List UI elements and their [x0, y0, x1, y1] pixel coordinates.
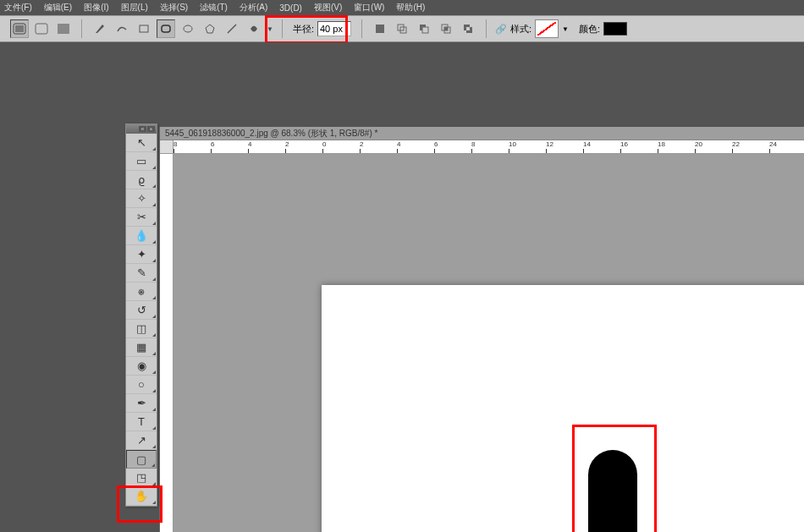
polygon-shape-icon[interactable] — [201, 19, 219, 38]
svg-rect-13 — [422, 27, 428, 33]
combine-subtract-icon[interactable] — [415, 19, 433, 38]
pen-tool[interactable]: ✒ — [126, 394, 157, 413]
style-dropdown-icon[interactable]: ▼ — [562, 25, 569, 33]
stamp-tool[interactable]: ⎈ — [126, 282, 157, 301]
svg-rect-5 — [162, 25, 170, 32]
svg-point-6 — [184, 25, 192, 32]
blur-tool[interactable]: ◉ — [126, 357, 157, 376]
svg-rect-1 — [15, 25, 24, 32]
document-title: 5445_061918836000_2.jpg @ 68.3% (形状 1, R… — [160, 127, 804, 140]
color-swatch[interactable] — [603, 22, 627, 36]
menu-view[interactable]: 视图(V) — [314, 2, 342, 14]
tool-panel-header[interactable]: « × — [126, 124, 157, 134]
tool-panel: « × ↖▭ϱ✧✂💧✦✎⎈↺◫▦◉○✒T↗▢◳✋ — [125, 123, 157, 507]
dropdown-arrow-icon[interactable]: ▼ — [267, 25, 273, 33]
menu-select[interactable]: 选择(S) — [160, 2, 188, 14]
menu-bar: 文件(F) 编辑(E) 图像(I) 图层(L) 选择(S) 滤镜(T) 分析(A… — [0, 0, 804, 15]
combine-add-icon[interactable] — [393, 19, 411, 38]
document-window: 5445_061918836000_2.jpg @ 68.3% (形状 1, R… — [159, 127, 804, 532]
menu-file[interactable]: 文件(F) — [4, 2, 32, 14]
wand-tool[interactable]: ✧ — [126, 189, 157, 208]
pen-icon[interactable] — [91, 19, 109, 38]
move-tool[interactable]: ↖ — [126, 134, 157, 152]
radius-label: 半径: — [293, 23, 314, 36]
path-select-tool[interactable]: ↗ — [126, 431, 157, 450]
menu-3d[interactable]: 3D(D) — [279, 3, 302, 13]
eyedropper-tool[interactable]: 💧 — [126, 227, 157, 245]
options-bar: ▼ 半径: 🔗 样式: ▼ 颜色: — [0, 15, 804, 42]
svg-rect-19 — [466, 27, 470, 30]
rounded-rectangle-shape-icon[interactable] — [157, 19, 175, 38]
menu-filter[interactable]: 滤镜(T) — [200, 2, 228, 14]
style-swatch[interactable] — [535, 19, 559, 38]
eraser-tool[interactable]: ◫ — [126, 320, 157, 338]
marquee-tool[interactable]: ▭ — [126, 152, 157, 171]
canvas-area[interactable] — [173, 154, 804, 532]
menu-analysis[interactable]: 分析(A) — [240, 2, 267, 14]
ellipse-shape-icon[interactable] — [179, 19, 197, 38]
gradient-tool[interactable]: ▦ — [126, 338, 157, 357]
radius-input[interactable] — [317, 21, 351, 36]
style-group: 🔗 样式: ▼ — [492, 19, 572, 38]
combine-group — [367, 19, 481, 38]
combine-new-icon[interactable] — [371, 19, 389, 38]
type-tool[interactable]: T — [126, 413, 157, 431]
menu-image[interactable]: 图像(I) — [84, 2, 108, 14]
shape-mode-group — [7, 19, 76, 38]
link-icon[interactable]: 🔗 — [495, 24, 507, 35]
shape-tool[interactable]: ▢ — [126, 450, 157, 469]
healing-tool[interactable]: ✦ — [126, 245, 157, 264]
svg-rect-3 — [58, 24, 69, 34]
svg-line-8 — [228, 25, 236, 33]
freeform-pen-icon[interactable] — [113, 19, 131, 38]
brush-tool[interactable]: ✎ — [126, 264, 157, 282]
history-brush-tool[interactable]: ↺ — [126, 301, 157, 320]
menu-window[interactable]: 窗口(W) — [354, 2, 384, 14]
svg-rect-2 — [36, 24, 47, 34]
svg-rect-16 — [444, 27, 448, 30]
paths-icon[interactable] — [32, 19, 51, 38]
panel-close-icon[interactable]: × — [147, 126, 155, 132]
color-group: 颜色: — [575, 22, 631, 36]
rectangle-shape-icon[interactable] — [135, 19, 153, 38]
pen-path-group: ▼ — [87, 19, 277, 38]
menu-layer[interactable]: 图层(L) — [121, 2, 148, 14]
ruler-vertical — [160, 154, 173, 532]
lasso-tool[interactable]: ϱ — [126, 171, 157, 189]
hand-tool[interactable]: ✋ — [126, 487, 157, 506]
svg-rect-9 — [376, 25, 384, 33]
fill-pixels-icon[interactable] — [54, 19, 73, 38]
svg-rect-4 — [140, 25, 148, 32]
crop-tool[interactable]: ✂ — [126, 208, 157, 227]
panel-collapse-icon[interactable]: « — [139, 126, 146, 132]
tool-list: ↖▭ϱ✧✂💧✦✎⎈↺◫▦◉○✒T↗▢◳✋ — [126, 134, 157, 506]
shape-layers-icon[interactable] — [10, 19, 29, 38]
color-label: 颜色: — [579, 23, 600, 36]
menu-edit[interactable]: 编辑(E) — [44, 2, 72, 14]
radius-group: 半径: — [288, 19, 356, 38]
shape-rounded-rectangle[interactable] — [588, 450, 637, 532]
style-label: 样式: — [510, 23, 531, 36]
svg-marker-7 — [206, 25, 214, 33]
canvas[interactable] — [322, 285, 804, 532]
ruler-horizontal: 8 6 4 2 0 2 4 6 8 10 12 14 16 18 20 22 2… — [173, 140, 804, 154]
combine-exclude-icon[interactable] — [459, 19, 477, 38]
workspace: 5445_061918836000_2.jpg @ 68.3% (形状 1, R… — [0, 42, 804, 532]
dodge-tool[interactable]: ○ — [126, 376, 157, 394]
custom-shape-icon[interactable] — [245, 19, 263, 38]
ruler-corner — [160, 140, 173, 154]
combine-intersect-icon[interactable] — [437, 19, 455, 38]
3d-tool[interactable]: ◳ — [126, 469, 157, 487]
line-shape-icon[interactable] — [223, 19, 241, 38]
menu-help[interactable]: 帮助(H) — [396, 2, 425, 14]
